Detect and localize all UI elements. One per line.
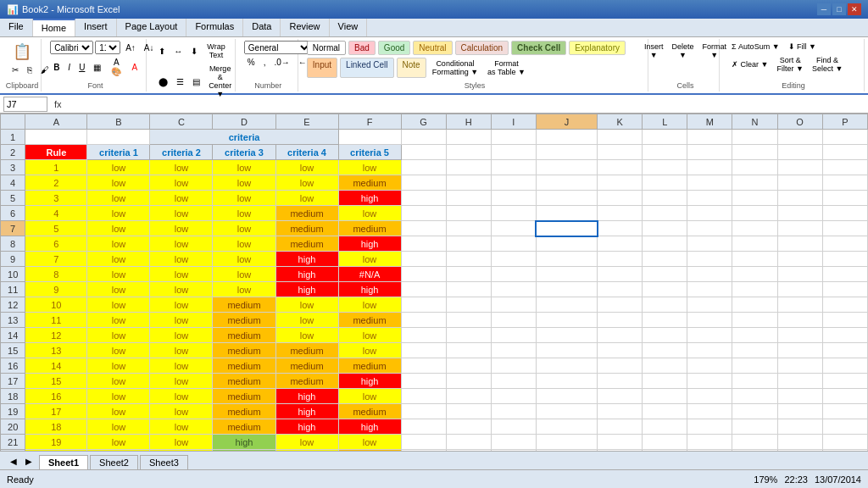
cell-H1[interactable] <box>446 130 491 145</box>
wrap-text-button[interactable]: Wrap Text <box>203 41 230 61</box>
col-header-D[interactable]: D <box>213 114 275 130</box>
cell-N1[interactable] <box>732 130 777 145</box>
cell-N2[interactable] <box>732 145 777 160</box>
col-header-P[interactable]: P <box>822 114 867 130</box>
cell-I1[interactable] <box>491 130 536 145</box>
col-header-E[interactable]: E <box>275 114 338 130</box>
col-header-B[interactable]: B <box>87 114 150 130</box>
scroll-tabs-left[interactable]: ◀ <box>7 455 20 468</box>
align-top-button[interactable]: ⬆ <box>155 41 169 61</box>
cell-C2[interactable]: criteria 2 <box>150 145 213 160</box>
cell-C1[interactable]: criteria <box>150 130 338 145</box>
style-calculation[interactable]: Calculation <box>455 41 509 55</box>
align-left-button[interactable]: ⬤ <box>155 63 171 100</box>
row-header-1[interactable]: 1 <box>1 130 25 145</box>
scroll-tabs-right[interactable]: ▶ <box>22 455 36 468</box>
col-header-C[interactable]: C <box>150 114 213 130</box>
cell-A2[interactable]: Rule <box>25 145 87 160</box>
insert-cells-button[interactable]: Insert▼ <box>641 41 667 61</box>
tab-review[interactable]: Review <box>281 19 329 36</box>
row-header-2[interactable]: 2 <box>1 145 25 160</box>
window-controls[interactable]: ─ □ ✕ <box>817 3 861 15</box>
col-header-J[interactable]: J <box>536 114 597 130</box>
clear-button[interactable]: ✗ Clear ▼ <box>728 54 771 75</box>
cell-B2[interactable]: criteria 1 <box>87 145 150 160</box>
formula-input[interactable] <box>69 97 865 112</box>
tab-page-layout[interactable]: Page Layout <box>117 19 187 36</box>
col-header-F[interactable]: F <box>338 114 401 130</box>
font-color-button[interactable]: A <box>128 61 141 74</box>
italic-button[interactable]: I <box>64 61 74 74</box>
tab-view[interactable]: View <box>330 19 368 36</box>
cell-F2[interactable]: criteria 5 <box>338 145 401 160</box>
cell-reference-input[interactable]: J7 <box>3 97 47 112</box>
bold-button[interactable]: B <box>50 61 63 74</box>
increase-font-button[interactable]: A↑ <box>122 42 139 54</box>
style-good[interactable]: Good <box>378 41 410 55</box>
percent-button[interactable]: % <box>244 56 259 69</box>
cell-H2[interactable] <box>446 145 491 160</box>
autosum-button[interactable]: Σ AutoSum ▼ <box>728 41 783 53</box>
style-neutral[interactable]: Neutral <box>413 41 452 55</box>
cell-M1[interactable] <box>687 130 732 145</box>
col-header-L[interactable]: L <box>643 114 687 130</box>
align-bottom-button[interactable]: ⬇ <box>187 41 201 61</box>
tab-insert[interactable]: Insert <box>75 19 117 36</box>
align-right-button[interactable]: ▤ <box>189 63 203 100</box>
style-note[interactable]: Note <box>397 58 426 78</box>
delete-cells-button[interactable]: Delete▼ <box>669 41 698 61</box>
fill-color-button[interactable]: A🎨 <box>106 56 126 78</box>
cell-G2[interactable] <box>401 145 446 160</box>
col-header-I[interactable]: I <box>491 114 536 130</box>
cell-J2[interactable] <box>536 145 597 160</box>
cell-P1[interactable] <box>822 130 867 145</box>
cell-I2[interactable] <box>491 145 536 160</box>
style-explanatory[interactable]: Explanatory <box>569 41 626 55</box>
col-header-H[interactable]: H <box>446 114 491 130</box>
col-header-N[interactable]: N <box>732 114 777 130</box>
sheet-tab-3[interactable]: Sheet3 <box>140 455 188 469</box>
conditional-formatting-button[interactable]: ConditionalFormatting ▼ <box>429 58 481 78</box>
sort-filter-button[interactable]: Sort &Filter ▼ <box>773 54 806 75</box>
cell-L2[interactable] <box>643 145 687 160</box>
cell-M2[interactable] <box>687 145 732 160</box>
style-normal[interactable]: Normal <box>307 41 346 55</box>
tab-formulas[interactable]: Formulas <box>186 19 243 36</box>
cell-D2[interactable]: criteria 3 <box>213 145 275 160</box>
tab-home[interactable]: Home <box>33 19 75 36</box>
col-header-K[interactable]: K <box>598 114 643 130</box>
style-input[interactable]: Input <box>307 58 337 78</box>
underline-button[interactable]: U <box>75 61 88 74</box>
cell-O1[interactable] <box>777 130 822 145</box>
find-select-button[interactable]: Find &Select ▼ <box>809 54 846 75</box>
col-header-A[interactable]: A <box>25 114 87 130</box>
cell-P2[interactable] <box>822 145 867 160</box>
style-check-cell[interactable]: Check Cell <box>511 41 566 55</box>
cell-K2[interactable] <box>598 145 643 160</box>
align-middle-button[interactable]: ↔ <box>170 41 186 61</box>
col-header-O[interactable]: O <box>777 114 822 130</box>
increase-decimal-button[interactable]: .0→ <box>271 56 293 69</box>
cell-G1[interactable] <box>401 130 446 145</box>
sheet-tab-2[interactable]: Sheet2 <box>90 455 138 469</box>
style-linked-cell[interactable]: Linked Cell <box>340 58 393 78</box>
fill-button[interactable]: ⬇ Fill ▼ <box>785 41 820 53</box>
tab-data[interactable]: Data <box>243 19 281 36</box>
merge-center-button[interactable]: Merge & Center ▼ <box>205 63 235 100</box>
comma-button[interactable]: , <box>260 56 270 69</box>
close-button[interactable]: ✕ <box>848 3 861 15</box>
cell-L1[interactable] <box>643 130 687 145</box>
font-size-select[interactable]: 11 <box>95 41 120 54</box>
copy-button[interactable]: ⎘ <box>24 64 36 76</box>
format-as-table-button[interactable]: Formatas Table ▼ <box>484 58 529 78</box>
col-header-M[interactable]: M <box>687 114 732 130</box>
align-center-button[interactable]: ☰ <box>173 63 187 100</box>
paste-button[interactable]: 📋 <box>8 41 36 63</box>
maximize-button[interactable]: □ <box>832 3 846 15</box>
minimize-button[interactable]: ─ <box>817 3 831 15</box>
cell-A1[interactable] <box>25 130 87 145</box>
cell-F1[interactable] <box>338 130 401 145</box>
col-header-G[interactable]: G <box>401 114 446 130</box>
border-button[interactable]: ▦ <box>90 61 104 74</box>
cut-button[interactable]: ✂ <box>8 64 22 76</box>
